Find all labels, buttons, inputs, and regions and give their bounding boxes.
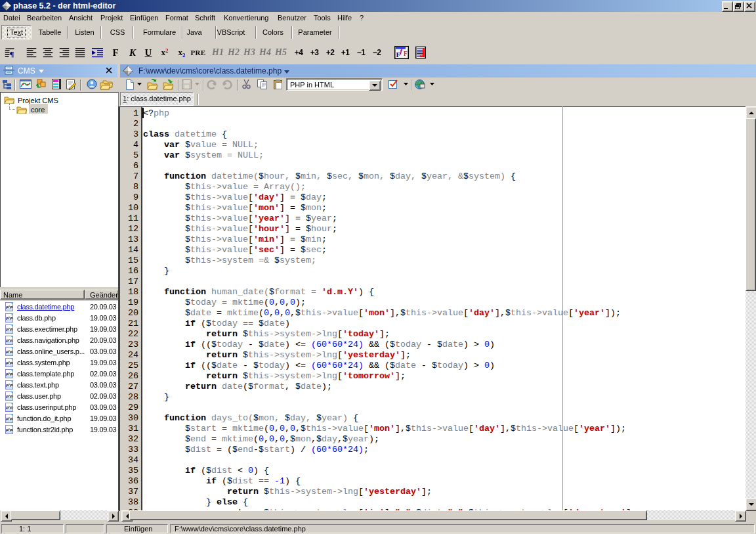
svg-text:¶: ¶ [10,49,14,58]
svg-text:F: F [404,50,408,57]
